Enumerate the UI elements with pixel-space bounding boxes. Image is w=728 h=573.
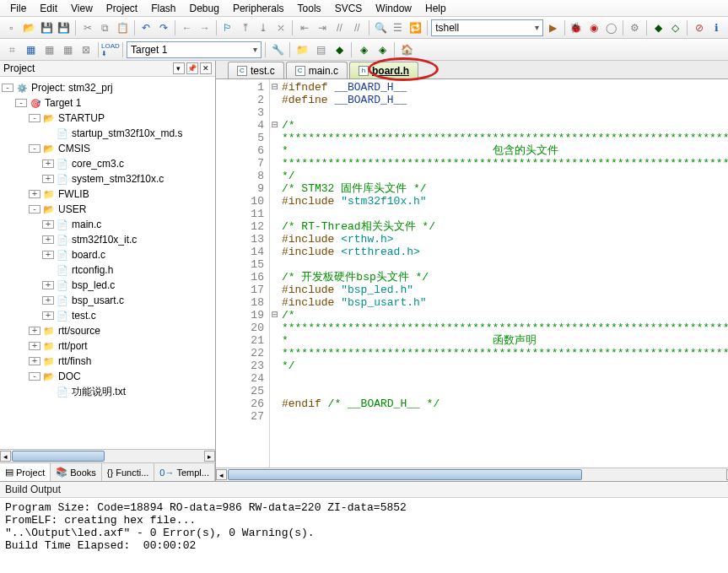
project-tree[interactable]: -Project: stm32_prj-Target 1-STARTUPstar… bbox=[0, 77, 215, 449]
pack-installer-icon[interactable]: ◈ bbox=[374, 41, 391, 58]
find-icon[interactable]: 🔍 bbox=[373, 19, 389, 36]
project-hscroll[interactable]: ◂ ▸ bbox=[0, 449, 215, 462]
tree-node[interactable]: +main.c bbox=[2, 217, 213, 232]
bookmark-clear-icon[interactable]: ⤫ bbox=[273, 19, 289, 36]
panel-close-icon[interactable]: ✕ bbox=[200, 62, 212, 74]
indent-out-icon[interactable]: ⇥ bbox=[314, 19, 330, 36]
expand-icon[interactable]: + bbox=[42, 220, 54, 229]
tab-books[interactable]: 📚Books bbox=[51, 463, 102, 481]
translate-icon[interactable]: ⌗ bbox=[3, 41, 20, 58]
find-combo[interactable]: tshell bbox=[431, 19, 543, 36]
editor-scroll-left-icon[interactable]: ◂ bbox=[216, 469, 227, 480]
batch-build-icon[interactable]: ▦ bbox=[59, 41, 76, 58]
save-icon[interactable]: 💾 bbox=[39, 19, 55, 36]
expand-icon[interactable]: - bbox=[29, 114, 40, 122]
tree-node[interactable]: +rtt/finsh bbox=[2, 354, 213, 369]
menu-debug[interactable]: Debug bbox=[183, 1, 226, 16]
uncomment-icon[interactable]: // bbox=[349, 19, 365, 36]
nav-back-icon[interactable]: ← bbox=[179, 19, 195, 36]
expand-icon[interactable]: - bbox=[29, 144, 40, 153]
build-output-text[interactable]: Program Size: Code=18894 RO-data=986 RW-… bbox=[0, 498, 728, 559]
code-text[interactable]: ⊟#ifndef __BOARD_H__ #define __BOARD_H__… bbox=[270, 79, 728, 468]
select-pack-icon[interactable]: ◈ bbox=[355, 41, 372, 58]
tree-node[interactable]: +test.c bbox=[2, 308, 213, 323]
menu-window[interactable]: Window bbox=[369, 1, 418, 16]
expand-icon[interactable]: - bbox=[2, 84, 13, 92]
expand-icon[interactable]: - bbox=[29, 205, 40, 214]
save-all-icon[interactable]: 💾 bbox=[57, 19, 73, 36]
tree-node[interactable]: startup_stm32f10x_md.s bbox=[2, 126, 213, 141]
code-area[interactable]: 1234567891011121314151617181920212223242… bbox=[216, 79, 728, 468]
rebuild-icon[interactable]: ▦ bbox=[40, 41, 57, 58]
download-icon[interactable]: LOAD⬇ bbox=[102, 41, 119, 58]
manage-project-icon[interactable]: 📁 bbox=[294, 41, 310, 58]
build-icon[interactable]: ▦ bbox=[22, 41, 39, 58]
tree-node[interactable]: -DOC bbox=[2, 369, 213, 384]
tree-node[interactable]: rtconfig.h bbox=[2, 262, 213, 278]
editor-tab-main[interactable]: Cmain.c bbox=[286, 62, 348, 78]
tree-node[interactable]: +board.c bbox=[2, 247, 213, 262]
expand-icon[interactable]: + bbox=[29, 342, 40, 350]
menu-tools[interactable]: Tools bbox=[291, 1, 328, 16]
file-extensions-icon[interactable]: ▤ bbox=[312, 41, 329, 58]
tree-node[interactable]: +core_cm3.c bbox=[2, 156, 213, 171]
expand-icon[interactable]: + bbox=[42, 175, 54, 183]
nav-fwd-icon[interactable]: → bbox=[197, 19, 213, 36]
help-icon[interactable]: ℹ bbox=[709, 19, 725, 36]
tree-node[interactable]: +system_stm32f10x.c bbox=[2, 171, 213, 186]
indent-in-icon[interactable]: ⇤ bbox=[296, 19, 312, 36]
bookmark-prev-icon[interactable]: ⤒ bbox=[238, 19, 254, 36]
expand-icon[interactable]: + bbox=[29, 357, 40, 365]
undo-icon[interactable]: ↶ bbox=[138, 19, 154, 36]
editor-hscroll[interactable]: ◂ ▸ bbox=[216, 468, 728, 481]
help-close-icon[interactable]: ⊘ bbox=[691, 19, 707, 36]
panel-dropdown-icon[interactable]: ▾ bbox=[173, 62, 185, 74]
target-options-icon[interactable]: 🔧 bbox=[269, 41, 286, 58]
tree-node[interactable]: -CMSIS bbox=[2, 141, 213, 156]
open-file-icon[interactable]: 📂 bbox=[21, 19, 37, 36]
menu-peripherals[interactable]: Peripherals bbox=[226, 1, 291, 16]
find-files-icon[interactable]: ☰ bbox=[391, 19, 407, 36]
tree-node[interactable]: +FWLIB bbox=[2, 186, 213, 202]
copy-icon[interactable]: ⧉ bbox=[97, 19, 113, 36]
expand-icon[interactable]: + bbox=[42, 159, 54, 168]
editor-tab-test[interactable]: Ctest.c bbox=[228, 62, 284, 78]
expand-icon[interactable]: + bbox=[42, 311, 54, 320]
cut-icon[interactable]: ✂ bbox=[79, 19, 95, 36]
tree-node[interactable]: -STARTUP bbox=[2, 111, 213, 126]
breakpoint-toggle-icon[interactable]: ◯ bbox=[603, 19, 619, 36]
manage-rte-icon[interactable]: ◆ bbox=[331, 41, 348, 58]
scroll-left-icon[interactable]: ◂ bbox=[0, 451, 11, 462]
menu-view[interactable]: View bbox=[64, 1, 100, 16]
tab-project[interactable]: ▤Project bbox=[0, 463, 51, 481]
expand-icon[interactable]: + bbox=[42, 251, 54, 259]
debug-icon[interactable]: 🐞 bbox=[568, 19, 584, 36]
target-combo[interactable]: Target 1 bbox=[127, 41, 262, 58]
expand-icon[interactable]: - bbox=[15, 99, 27, 107]
config-wizard-icon[interactable]: ◆ bbox=[650, 19, 666, 36]
menu-help[interactable]: Help bbox=[418, 1, 453, 16]
new-file-icon[interactable]: ▫ bbox=[3, 19, 19, 36]
replace-icon[interactable]: 🔁 bbox=[407, 19, 423, 36]
tab-templates[interactable]: 0→Templ... bbox=[154, 463, 215, 481]
tree-node[interactable]: +stm32f10x_it.c bbox=[2, 232, 213, 247]
menu-svcs[interactable]: SVCS bbox=[328, 1, 369, 16]
tree-node[interactable]: -Target 1 bbox=[2, 95, 213, 111]
tree-node[interactable]: 功能说明.txt bbox=[2, 384, 213, 399]
find-go-icon[interactable]: ▶ bbox=[545, 19, 561, 36]
breakpoint-insert-icon[interactable]: ◉ bbox=[585, 19, 601, 36]
menu-project[interactable]: Project bbox=[100, 1, 144, 16]
editor-scroll-thumb[interactable] bbox=[228, 469, 582, 480]
tree-node[interactable]: +bsp_led.c bbox=[2, 278, 213, 293]
expand-icon[interactable]: + bbox=[29, 327, 40, 335]
stop-build-icon[interactable]: ⊠ bbox=[78, 41, 94, 58]
tree-node[interactable]: +rtt/port bbox=[2, 338, 213, 354]
expand-icon[interactable]: + bbox=[42, 296, 54, 305]
options-icon[interactable]: ⚙ bbox=[627, 19, 643, 36]
menu-file[interactable]: File bbox=[3, 1, 33, 16]
editor-tab-board[interactable]: hboard.h bbox=[349, 62, 418, 78]
redo-icon[interactable]: ↷ bbox=[156, 19, 172, 36]
expand-icon[interactable]: - bbox=[29, 372, 40, 381]
tree-node[interactable]: -Project: stm32_prj bbox=[2, 80, 213, 95]
tree-node[interactable]: -USER bbox=[2, 202, 213, 217]
